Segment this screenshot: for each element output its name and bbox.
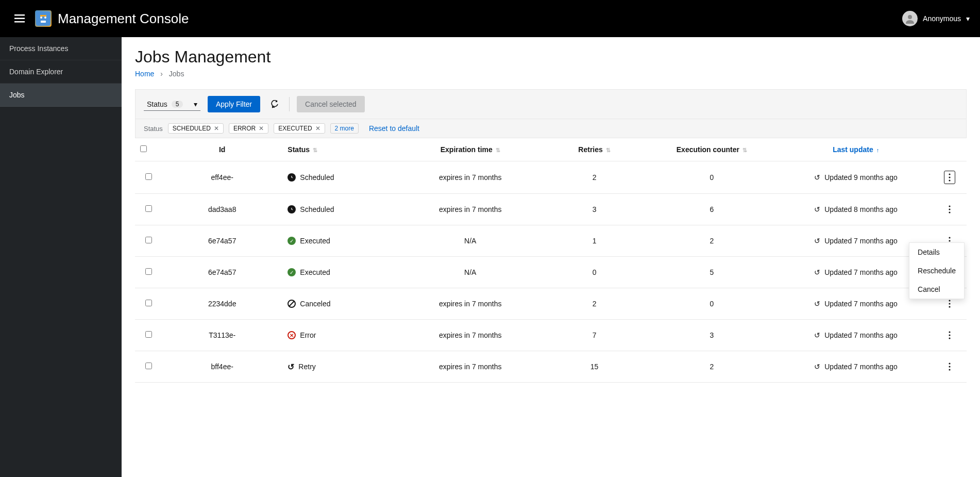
cell-retries: 3 bbox=[544, 194, 645, 225]
menu-item-reschedule[interactable]: Reschedule bbox=[909, 261, 964, 280]
column-status[interactable]: Status⇅ bbox=[282, 138, 396, 161]
select-all-checkbox[interactable] bbox=[140, 145, 147, 152]
hamburger-icon bbox=[14, 14, 25, 23]
undo-icon: ↺ bbox=[288, 362, 294, 372]
cancel-selected-button[interactable]: Cancel selected bbox=[297, 96, 365, 112]
column-execution[interactable]: Execution counter⇅ bbox=[645, 138, 779, 161]
caret-down-icon: ▾ bbox=[194, 100, 197, 108]
table-row: T3113e- ✕Error expires in 7 months 7 3 ↺… bbox=[135, 320, 967, 351]
filter-chips-row: Status SCHEDULED✕ ERROR✕ EXECUTED✕ 2 mor… bbox=[135, 119, 967, 138]
table-row: eff4ee- Scheduled expires in 7 months 2 … bbox=[135, 161, 967, 194]
sort-icon: ⇅ bbox=[742, 147, 747, 154]
history-icon: ↺ bbox=[814, 300, 820, 308]
refresh-button[interactable] bbox=[267, 97, 282, 111]
status-filter-select[interactable]: Status 5 ▾ bbox=[144, 98, 200, 111]
cell-status: Scheduled bbox=[282, 161, 396, 194]
row-checkbox[interactable] bbox=[145, 237, 152, 243]
sidebar-item-jobs[interactable]: Jobs bbox=[0, 84, 122, 107]
breadcrumb: Home › Jobs bbox=[135, 70, 967, 78]
menu-item-details[interactable]: Details bbox=[909, 243, 964, 261]
cell-last-update: ↺ Updated 7 months ago bbox=[779, 320, 933, 351]
reset-filters-link[interactable]: Reset to default bbox=[369, 124, 419, 133]
row-checkbox[interactable] bbox=[145, 173, 152, 180]
history-icon: ↺ bbox=[814, 237, 820, 245]
remove-chip-button[interactable]: ✕ bbox=[259, 125, 264, 132]
remove-chip-button[interactable]: ✕ bbox=[214, 125, 219, 132]
cell-retries: 1 bbox=[544, 225, 645, 257]
row-actions-button[interactable] bbox=[944, 203, 955, 216]
cell-id: bff4ee- bbox=[162, 351, 282, 383]
svg-point-27 bbox=[949, 334, 951, 336]
cell-retries: 2 bbox=[544, 161, 645, 194]
sidebar-item-domain-explorer[interactable]: Domain Explorer bbox=[0, 60, 122, 84]
cell-expiration: expires in 7 months bbox=[397, 351, 544, 383]
kogito-icon bbox=[36, 11, 50, 26]
svg-point-28 bbox=[949, 337, 951, 339]
history-icon: ↺ bbox=[814, 363, 820, 371]
history-icon: ↺ bbox=[814, 173, 820, 182]
kebab-icon bbox=[949, 331, 951, 339]
cell-retries: 2 bbox=[544, 288, 645, 320]
cell-status: ↺Retry bbox=[282, 351, 396, 383]
breadcrumb-home-link[interactable]: Home bbox=[135, 70, 154, 78]
remove-chip-button[interactable]: ✕ bbox=[315, 125, 320, 132]
sidebar: Process Instances Domain Explorer Jobs bbox=[0, 37, 122, 477]
row-checkbox[interactable] bbox=[145, 331, 152, 338]
clock-icon bbox=[288, 205, 296, 213]
row-actions-button[interactable] bbox=[944, 298, 955, 310]
cell-status: ✓Executed bbox=[282, 225, 396, 257]
cell-status: ✓Executed bbox=[282, 257, 396, 288]
cell-status: ✕Error bbox=[282, 320, 396, 351]
history-icon: ↺ bbox=[814, 331, 820, 339]
history-icon: ↺ bbox=[814, 205, 820, 213]
cell-execution: 3 bbox=[645, 320, 779, 351]
cell-status: Canceled bbox=[282, 288, 396, 320]
cell-expiration: expires in 7 months bbox=[397, 288, 544, 320]
row-checkbox[interactable] bbox=[145, 300, 152, 306]
menu-item-cancel[interactable]: Cancel bbox=[909, 280, 964, 299]
row-checkbox[interactable] bbox=[145, 205, 152, 212]
status-label: Executed bbox=[300, 237, 330, 245]
more-chips-button[interactable]: 2 more bbox=[330, 123, 359, 134]
cell-retries: 15 bbox=[544, 351, 645, 383]
app-title: Management Console bbox=[58, 11, 189, 27]
svg-rect-6 bbox=[40, 15, 46, 17]
svg-rect-1 bbox=[14, 18, 25, 20]
row-actions-button[interactable] bbox=[944, 360, 955, 373]
cell-execution: 0 bbox=[645, 161, 779, 194]
main-content: Jobs Management Home › Jobs Status 5 ▾ A… bbox=[122, 37, 980, 477]
user-menu[interactable]: Anonymous ▾ bbox=[902, 11, 970, 26]
cell-id: 6e74a57 bbox=[162, 225, 282, 257]
svg-point-11 bbox=[949, 176, 951, 178]
clock-icon bbox=[288, 173, 296, 182]
cell-execution: 0 bbox=[645, 288, 779, 320]
svg-point-10 bbox=[949, 173, 951, 175]
column-id[interactable]: Id bbox=[162, 138, 282, 161]
apply-filter-button[interactable]: Apply Filter bbox=[208, 96, 260, 112]
error-circle-icon: ✕ bbox=[288, 331, 296, 339]
column-expiration[interactable]: Expiration time⇅ bbox=[397, 138, 544, 161]
svg-point-15 bbox=[949, 208, 951, 210]
row-checkbox[interactable] bbox=[145, 268, 152, 275]
filter-chip-executed: EXECUTED✕ bbox=[274, 123, 325, 134]
row-checkbox[interactable] bbox=[145, 363, 152, 369]
cell-retries: 0 bbox=[544, 257, 645, 288]
svg-point-31 bbox=[949, 369, 951, 370]
kebab-icon bbox=[949, 173, 951, 182]
check-circle-icon: ✓ bbox=[288, 237, 296, 245]
sort-icon: ⇅ bbox=[496, 147, 500, 154]
sidebar-item-process-instances[interactable]: Process Instances bbox=[0, 37, 122, 60]
column-retries[interactable]: Retries⇅ bbox=[544, 138, 645, 161]
row-actions-menu: Details Reschedule Cancel bbox=[909, 242, 965, 299]
svg-point-30 bbox=[949, 366, 951, 367]
svg-point-25 bbox=[949, 306, 951, 307]
menu-toggle-button[interactable] bbox=[10, 10, 29, 27]
toolbar: Status 5 ▾ Apply Filter Cancel selected bbox=[135, 89, 967, 119]
svg-point-23 bbox=[949, 300, 951, 301]
svg-point-26 bbox=[949, 331, 951, 333]
sort-up-icon: ↑ bbox=[876, 147, 880, 153]
row-actions-button[interactable] bbox=[944, 171, 955, 184]
column-last-update[interactable]: Last update↑ bbox=[779, 138, 933, 161]
row-actions-button[interactable] bbox=[944, 329, 955, 341]
chevron-right-icon: › bbox=[160, 70, 163, 78]
